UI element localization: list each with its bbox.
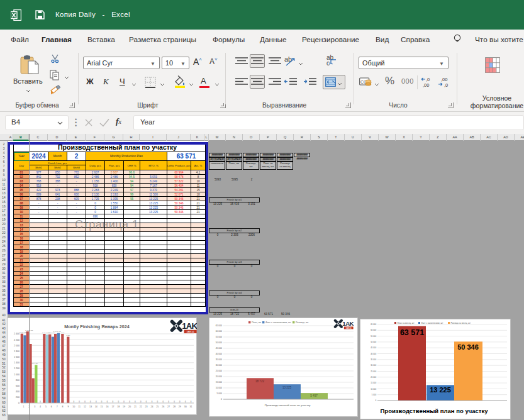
svg-text:30 000: 30 000 [216, 364, 222, 367]
svg-text:35 000: 35 000 [216, 358, 222, 361]
svg-text:План, шт: План, шт [252, 321, 262, 324]
svg-text:18: 18 [117, 406, 120, 408]
svg-text:45 000: 45 000 [371, 346, 376, 349]
svg-text:5: 5 [45, 406, 47, 408]
svg-text:1AK: 1AK [182, 321, 197, 331]
svg-text:ЗАВОД: ЗАВОД [346, 327, 352, 329]
svg-text:14: 14 [95, 406, 98, 408]
svg-text:Разница на месяц, шт: Разница на месяц, шт [451, 322, 471, 324]
svg-text:2 380 2 300: 2 380 2 300 [48, 332, 56, 333]
svg-text:25 000: 25 000 [371, 370, 376, 373]
svg-text:25: 25 [156, 406, 159, 408]
svg-text:45 000: 45 000 [216, 347, 222, 350]
svg-text:Факт с наколлением, шт: Факт с наколлением, шт [421, 322, 443, 324]
svg-text:20 000: 20 000 [371, 376, 376, 379]
svg-text:23: 23 [145, 406, 148, 408]
svg-text:5 497: 5 497 [310, 394, 318, 397]
svg-text:55 000: 55 000 [371, 335, 376, 338]
svg-text:11: 11 [78, 406, 81, 408]
svg-text:17: 17 [111, 406, 114, 408]
svg-text:600: 600 [16, 385, 20, 387]
svg-text:40 000: 40 000 [216, 353, 222, 355]
svg-text:65 000: 65 000 [216, 324, 222, 327]
svg-text:Производственный план по участ: Производственный план по участку [265, 404, 311, 407]
svg-text:50 346: 50 346 [457, 343, 479, 351]
svg-text:27: 27 [167, 406, 170, 408]
svg-text:1 400: 1 400 [14, 362, 20, 364]
svg-text:1AK: 1AK [342, 320, 354, 327]
svg-text:2 000: 2 000 [14, 345, 20, 347]
svg-text:1 200: 1 200 [14, 367, 20, 370]
svg-text:4: 4 [40, 406, 41, 408]
svg-text:1 600: 1 600 [14, 356, 20, 358]
svg-text:50 000: 50 000 [216, 341, 222, 344]
svg-text:15 000: 15 000 [371, 382, 376, 384]
svg-text:200: 200 [16, 396, 20, 399]
svg-text:3: 3 [34, 406, 35, 408]
svg-text:2 400: 2 400 [14, 333, 20, 335]
svg-text:63 571: 63 571 [400, 328, 424, 337]
svg-text:21: 21 [134, 406, 137, 408]
svg-text:1 000: 1 000 [14, 373, 20, 376]
svg-text:31: 31 [190, 406, 192, 408]
svg-text:16: 16 [106, 406, 109, 408]
svg-text:10 000: 10 000 [216, 387, 222, 389]
svg-text:9: 9 [67, 406, 69, 408]
svg-text:15 000: 15 000 [216, 381, 222, 384]
svg-text:2 200: 2 200 [14, 339, 20, 341]
svg-text:Факт с наколлением, шт: Факт с наколлением, шт [265, 321, 291, 324]
svg-text:22: 22 [140, 406, 142, 408]
svg-text:5 000: 5 000 [217, 392, 223, 395]
svg-text:,0: ,0 [444, 82, 448, 88]
svg-text:28: 28 [173, 406, 176, 408]
svg-text:c: c [326, 60, 330, 67]
svg-text:ЗАВОД: ЗАВОД [186, 331, 194, 333]
svg-text:30: 30 [184, 406, 187, 408]
svg-text:50 000: 50 000 [371, 341, 376, 343]
svg-text:13 225: 13 225 [430, 386, 451, 394]
svg-text:60 000: 60 000 [216, 330, 222, 333]
svg-text:0: 0 [18, 402, 20, 404]
svg-text:7: 7 [57, 406, 58, 408]
svg-text:860 1 320: 860 1 320 [31, 363, 38, 364]
svg-text:5 000: 5 000 [372, 394, 377, 396]
svg-text:35 000: 35 000 [371, 358, 376, 361]
svg-text:2 407 2 350: 2 407 2 350 [20, 331, 28, 333]
svg-text:2 400 2 430: 2 400 2 430 [53, 331, 62, 332]
svg-text:65 000: 65 000 [371, 323, 376, 326]
svg-text:60 000: 60 000 [371, 329, 376, 331]
svg-text:800: 800 [16, 379, 20, 382]
svg-text:24: 24 [151, 406, 153, 408]
svg-text:400: 400 [16, 390, 20, 393]
svg-text:20 000: 20 000 [216, 375, 222, 378]
svg-text:1 800: 1 800 [14, 350, 20, 353]
svg-text:10: 10 [72, 406, 75, 408]
svg-text:19: 19 [123, 406, 125, 408]
svg-text:55 000: 55 000 [216, 336, 222, 338]
svg-text:Разница, шт: Разница, шт [296, 321, 309, 324]
svg-text:29: 29 [179, 406, 181, 408]
svg-text:Производственный план по участ: Производственный план по участку [381, 407, 489, 414]
svg-text:8: 8 [62, 406, 64, 408]
svg-text:40 000: 40 000 [371, 353, 376, 355]
svg-text:20: 20 [128, 406, 131, 408]
svg-text:12: 12 [84, 406, 86, 408]
svg-text:15: 15 [101, 406, 103, 408]
svg-text:10 000: 10 000 [371, 388, 376, 390]
svg-text:2 300: 2 300 [67, 334, 70, 336]
svg-text:13 225: 13 225 [282, 386, 291, 389]
svg-text:25 000: 25 000 [216, 370, 222, 372]
svg-text:0: 0 [221, 398, 222, 401]
svg-text:13: 13 [89, 406, 92, 408]
svg-text:1: 1 [23, 406, 24, 408]
svg-text:2 400: 2 400 [61, 332, 65, 333]
svg-text:Montly Finishing Январь 2024: Montly Finishing Январь 2024 [64, 324, 130, 329]
svg-text:18 722: 18 722 [255, 380, 264, 383]
svg-text:26: 26 [162, 406, 164, 408]
svg-text:,00: ,00 [423, 82, 429, 88]
svg-text:30 000: 30 000 [371, 364, 376, 367]
svg-text:6: 6 [51, 406, 52, 408]
svg-text:План на месяц, шт: План на месяц, шт [398, 322, 415, 324]
